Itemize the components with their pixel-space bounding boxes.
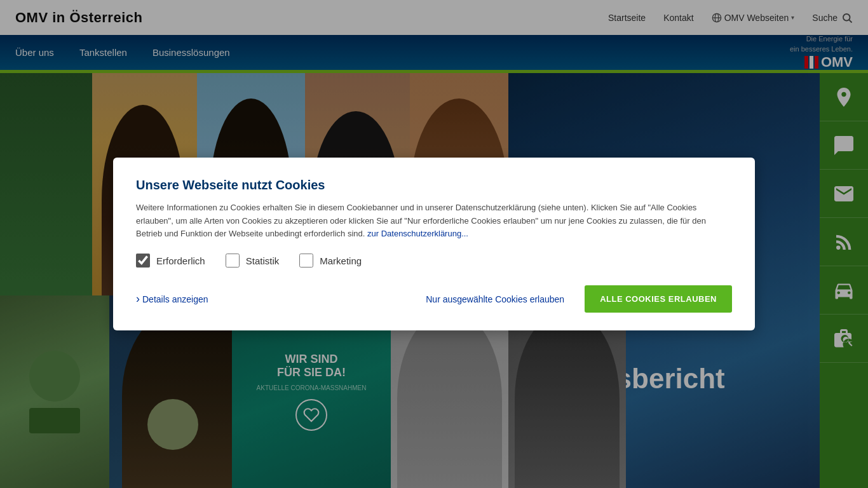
cookie-overlay: Unsere Webseite nutzt Cookies Weitere In… <box>0 0 868 488</box>
checkbox-erforderlich[interactable] <box>136 254 150 268</box>
btn-only-selected[interactable]: Nur ausgewählte Cookies erlauben <box>416 288 574 311</box>
cookie-body: Weitere Informationen zu Cookies erhalte… <box>136 201 732 241</box>
checkbox-marketing[interactable] <box>299 254 313 268</box>
datenschutz-link[interactable]: zur Datenschutzerklärung... <box>367 229 468 238</box>
statistik-label: Statistik <box>246 255 280 266</box>
cookie-modal: Unsere Webseite nutzt Cookies Weitere In… <box>113 158 755 330</box>
marketing-label: Marketing <box>320 255 362 266</box>
checkbox-marketing-label[interactable]: Marketing <box>299 254 362 268</box>
cookie-buttons: Nur ausgewählte Cookies erlauben ALLE CO… <box>416 285 732 313</box>
checkbox-statistik-label[interactable]: Statistik <box>226 254 280 268</box>
checkbox-statistik[interactable] <box>226 254 240 268</box>
erforderlich-label: Erforderlich <box>156 255 205 266</box>
btn-all-cookies[interactable]: ALLE COOKIES ERLAUBEN <box>585 285 732 313</box>
cookie-title: Unsere Webseite nutzt Cookies <box>136 178 732 193</box>
cookie-checkboxes: Erforderlich Statistik Marketing <box>136 254 732 268</box>
details-anzeigen-link[interactable]: Details anzeigen <box>136 292 208 306</box>
cookie-actions: Details anzeigen Nur ausgewählte Cookies… <box>136 285 732 313</box>
checkbox-erforderlich-label[interactable]: Erforderlich <box>136 254 205 268</box>
